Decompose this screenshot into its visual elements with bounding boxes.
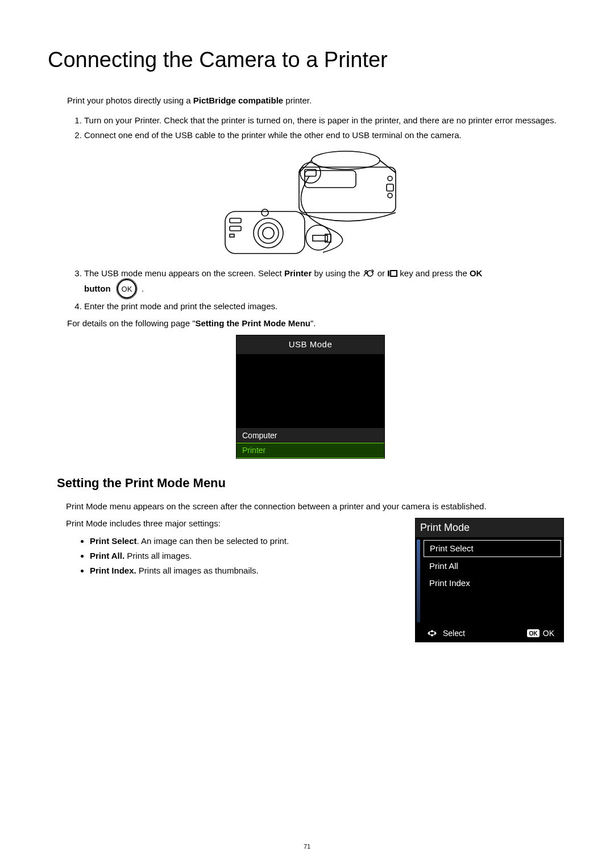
nav-arrows-icon: [425, 629, 439, 637]
print-mode-menu-screenshot: Print Mode Print Select Print All Print …: [415, 518, 564, 642]
print-mode-title: Print Mode: [416, 518, 563, 537]
print-mode-panel: Print Select Print All Print Index: [416, 537, 563, 625]
mode-all-text: Prints all images.: [125, 551, 192, 560]
page-title: Connecting the Camera to a Printer: [48, 45, 573, 74]
intro-bold: PictBridge compatible: [193, 95, 283, 105]
macro-mode-icon: [362, 269, 375, 280]
usb-mode-body: [237, 354, 384, 428]
svg-point-8: [388, 193, 392, 198]
svg-point-12: [258, 223, 279, 243]
section-intro: Print Mode menu appears on the screen af…: [66, 501, 564, 512]
mode-index-bold: Print Index.: [90, 566, 136, 575]
svg-text:OK: OK: [529, 630, 538, 637]
svg-rect-0: [299, 167, 396, 213]
display-toggle-icon: [387, 269, 397, 280]
page-number: 71: [0, 842, 614, 851]
svg-point-5: [300, 163, 321, 183]
step-3: The USB mode menu appears on the screen.…: [84, 268, 573, 297]
camera-printer-illustration: [214, 144, 407, 261]
mode-select-bold: Print Select: [90, 536, 137, 546]
details-line: For details on the following page "Setti…: [67, 318, 573, 329]
step3-ok-bold-a: OK: [470, 268, 483, 278]
usb-mode-option-computer: Computer: [237, 428, 384, 443]
print-mode-footer: Select OK OK: [416, 625, 563, 642]
section-heading: Setting the Print Mode Menu: [57, 475, 564, 492]
usb-mode-menu-screenshot: USB Mode Computer Printer: [236, 335, 385, 459]
usb-mode-title: USB Mode: [237, 335, 384, 354]
steps-list: Turn on your Printer. Check that the pri…: [67, 115, 573, 142]
svg-point-13: [263, 227, 274, 239]
details-prefix: For details on the following page ": [67, 318, 195, 328]
print-mode-sidebar-indicator: [417, 539, 420, 622]
print-mode-option-select: Print Select: [424, 540, 561, 557]
svg-point-21: [365, 271, 367, 273]
print-mode-footer-ok: OK: [543, 628, 554, 639]
print-mode-option-index: Print Index: [424, 575, 561, 591]
usb-mode-option-printer: Printer: [237, 443, 384, 458]
step-2: Connect one end of the USB cable to the …: [84, 130, 573, 141]
svg-point-7: [388, 176, 392, 181]
ok-button-text: OK: [121, 285, 132, 293]
step3-ok-bold-b: button: [84, 283, 111, 293]
step3-mid2: or: [377, 268, 388, 278]
svg-line-4: [380, 160, 396, 173]
intro-paragraph: Print your photos directly using a PictB…: [67, 95, 573, 106]
step3-printer-bold: Printer: [284, 268, 312, 278]
mode-select-text: . An image can then be selected to print…: [137, 536, 289, 546]
print-mode-footer-select: Select: [443, 628, 465, 639]
svg-rect-16: [230, 226, 241, 231]
mode-all-bold: Print All.: [90, 551, 125, 560]
svg-rect-9: [387, 184, 393, 191]
svg-rect-22: [388, 271, 389, 276]
step-1: Turn on your Printer. Check that the pri…: [84, 115, 573, 126]
mode-index-text: Prints all images as thumbnails.: [136, 566, 259, 575]
svg-rect-15: [230, 218, 241, 223]
svg-point-14: [262, 209, 268, 216]
svg-rect-17: [230, 234, 234, 237]
details-bold: Setting the Print Mode Menu: [195, 318, 310, 328]
step3-mid3: key and press the: [400, 268, 470, 278]
step3-prefix: The USB mode menu appears on the screen.…: [84, 268, 284, 278]
steps-list-2: The USB mode menu appears on the screen.…: [67, 268, 573, 312]
intro-prefix: Print your photos directly using a: [67, 95, 193, 105]
details-suffix: ".: [310, 318, 316, 328]
intro-suffix: printer.: [283, 95, 312, 105]
svg-rect-23: [391, 271, 397, 276]
svg-rect-1: [305, 171, 356, 188]
ok-button-icon: OK: [115, 277, 138, 303]
step3-suffix: .: [142, 283, 144, 293]
ok-badge-icon: OK: [527, 629, 540, 637]
step-4: Enter the print mode and print the selec…: [84, 301, 573, 312]
print-mode-option-all: Print All: [424, 558, 561, 574]
step3-mid1: by using the: [312, 268, 362, 278]
print-mode-section: Print Mode menu appears on the screen af…: [57, 501, 564, 648]
